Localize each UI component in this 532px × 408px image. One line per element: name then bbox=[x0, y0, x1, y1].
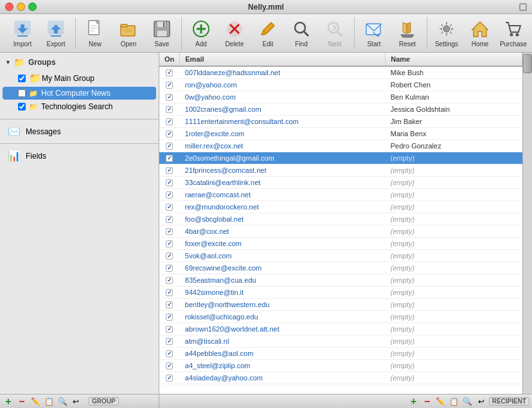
row-email[interactable]: foxer@excite.com bbox=[180, 238, 386, 250]
reset-button[interactable]: Reset bbox=[391, 17, 424, 49]
row-email[interactable]: ron@yahoo.com bbox=[180, 79, 386, 91]
table-row[interactable]: a44pebbles@aol.com(empty) bbox=[159, 348, 522, 360]
settings-button[interactable]: Settings bbox=[430, 17, 463, 49]
table-row[interactable]: 69recswine@excite.com(empty) bbox=[159, 262, 522, 274]
table-row[interactable]: rokissel@uchicago.edu(empty) bbox=[159, 311, 522, 323]
row-checkbox-cell[interactable] bbox=[159, 348, 180, 360]
bottom-edit-recipient-button[interactable]: ✏️ bbox=[435, 396, 447, 407]
row-checkbox-cell[interactable] bbox=[159, 323, 180, 335]
row-checkbox-cell[interactable] bbox=[159, 116, 180, 128]
new-button[interactable]: New bbox=[78, 17, 112, 49]
row-email[interactable]: a44pebbles@aol.com bbox=[180, 348, 386, 360]
row-email[interactable]: raerae@comcast.net bbox=[180, 189, 386, 201]
table-row[interactable]: 21fprincess@comcast.net(empty) bbox=[159, 164, 522, 177]
row-checkbox-cell[interactable] bbox=[159, 91, 180, 103]
row-email[interactable]: rex@mundorockero.net bbox=[180, 201, 386, 213]
col-email[interactable]: Email bbox=[180, 53, 386, 66]
home-button[interactable]: Home bbox=[463, 17, 497, 49]
groups-header[interactable]: ▼ 📁 Groups bbox=[0, 55, 159, 69]
export-button[interactable]: Export bbox=[39, 17, 73, 49]
table-row[interactable]: a4sladeday@yahoo.com(empty) bbox=[159, 372, 522, 384]
row-checkbox-cell[interactable] bbox=[159, 152, 180, 164]
bottom-remove-group-button[interactable]: − bbox=[16, 396, 28, 407]
row-checkbox-cell[interactable] bbox=[159, 213, 180, 226]
row-checkbox-cell[interactable] bbox=[159, 287, 180, 299]
row-email[interactable]: atm@tiscali.nl bbox=[180, 335, 386, 348]
technologies-search-checkbox[interactable] bbox=[18, 103, 26, 111]
scrollbar-thumb[interactable] bbox=[523, 54, 532, 73]
delete-button[interactable]: Delete bbox=[218, 17, 251, 49]
table-row[interactable]: 5vok@aol.com(empty) bbox=[159, 250, 522, 262]
row-email[interactable]: miller.rex@cox.net bbox=[180, 140, 386, 152]
sidebar-fields[interactable]: 📊 Fields bbox=[3, 147, 156, 164]
edit-button[interactable]: Edit bbox=[251, 17, 285, 49]
find-button[interactable]: Find bbox=[285, 17, 318, 49]
row-checkbox-cell[interactable] bbox=[159, 238, 180, 250]
table-row[interactable]: bentley@northwestern.edu(empty) bbox=[159, 299, 522, 311]
scrollbar-track[interactable] bbox=[522, 53, 532, 394]
row-checkbox-cell[interactable] bbox=[159, 372, 180, 384]
row-checkbox-cell[interactable] bbox=[159, 103, 180, 116]
row-email[interactable]: abrown1620@worldnet.att.net bbox=[180, 323, 386, 335]
table-row[interactable]: 9442simone@tin.it(empty) bbox=[159, 287, 522, 299]
table-container[interactable]: On Email Name 007lddaneze@hadssnmail.net… bbox=[159, 53, 522, 394]
table-row[interactable]: foxer@excite.com(empty) bbox=[159, 238, 522, 250]
row-checkbox-cell[interactable] bbox=[159, 335, 180, 348]
row-checkbox-cell[interactable] bbox=[159, 274, 180, 287]
row-email[interactable]: bentley@northwestern.edu bbox=[180, 299, 386, 311]
table-row[interactable]: 1111entertainment@consultant.comJim Bake… bbox=[159, 116, 522, 128]
row-checkbox-cell[interactable] bbox=[159, 250, 180, 262]
resize-icon[interactable] bbox=[519, 3, 527, 11]
row-email[interactable]: rokissel@uchicago.edu bbox=[180, 311, 386, 323]
row-email[interactable]: 007lddaneze@hadssnmail.net bbox=[180, 66, 386, 79]
hot-computer-news-checkbox[interactable] bbox=[18, 89, 26, 97]
bottom-edit-group-button[interactable]: ✏️ bbox=[30, 396, 41, 407]
table-row[interactable]: 33catalini@earthlink.net(empty) bbox=[159, 177, 522, 189]
row-email[interactable]: 0w@yahoo.com bbox=[180, 91, 386, 103]
row-checkbox-cell[interactable] bbox=[159, 177, 180, 189]
row-email[interactable]: 33catalini@earthlink.net bbox=[180, 177, 386, 189]
row-email[interactable]: a4_steel@ziplip.com bbox=[180, 360, 386, 372]
maximize-button[interactable] bbox=[28, 3, 37, 11]
row-email[interactable]: foo@sbcglobal.net bbox=[180, 213, 386, 226]
table-row[interactable]: 1roter@excite.comMaria Benx bbox=[159, 128, 522, 140]
next-button[interactable]: Next bbox=[318, 17, 351, 49]
row-email[interactable]: 4bar@cox.net bbox=[180, 226, 386, 238]
bottom-remove-recipient-button[interactable]: − bbox=[421, 396, 433, 407]
row-checkbox-cell[interactable] bbox=[159, 311, 180, 323]
row-checkbox-cell[interactable] bbox=[159, 140, 180, 152]
row-checkbox-cell[interactable] bbox=[159, 201, 180, 213]
bottom-search-recipient-button[interactable]: 🔍 bbox=[462, 396, 474, 407]
table-row[interactable]: 0w@yahoo.comBen Kulman bbox=[159, 91, 522, 103]
col-name[interactable]: Name bbox=[386, 53, 522, 66]
row-checkbox-cell[interactable] bbox=[159, 189, 180, 201]
close-button[interactable] bbox=[5, 3, 13, 11]
table-row[interactable]: foo@sbcglobal.net(empty) bbox=[159, 213, 522, 226]
row-email[interactable]: 2e0somethingal@gmail.com bbox=[180, 152, 386, 164]
row-checkbox-cell[interactable] bbox=[159, 128, 180, 140]
bottom-arrow-recipient-button[interactable]: ↩ bbox=[475, 396, 487, 407]
table-row[interactable]: 1002cranes@gmail.comJessica Goldshtain bbox=[159, 103, 522, 116]
row-checkbox-cell[interactable] bbox=[159, 299, 180, 311]
table-row[interactable]: raerae@comcast.net(empty) bbox=[159, 189, 522, 201]
save-button[interactable]: Save bbox=[145, 17, 179, 49]
add-button[interactable]: Add bbox=[184, 17, 218, 49]
row-email[interactable]: 21fprincess@comcast.net bbox=[180, 164, 386, 177]
row-checkbox-cell[interactable] bbox=[159, 360, 180, 372]
bottom-search-group-button[interactable]: 🔍 bbox=[57, 396, 68, 407]
sidebar-messages[interactable]: ✉️ Messages bbox=[3, 123, 156, 140]
table-row[interactable]: abrown1620@worldnet.att.net(empty) bbox=[159, 323, 522, 335]
sidebar-item-my-main-group[interactable]: 📁 My Main Group bbox=[3, 70, 156, 86]
table-row[interactable]: a4_steel@ziplip.com(empty) bbox=[159, 360, 522, 372]
table-row[interactable]: rex@mundorockero.net(empty) bbox=[159, 201, 522, 213]
table-row[interactable]: 2e0somethingal@gmail.com(empty) bbox=[159, 152, 522, 164]
row-email[interactable]: 835eastman@cua.edu bbox=[180, 274, 386, 287]
table-row[interactable]: 835eastman@cua.edu(empty) bbox=[159, 274, 522, 287]
row-checkbox-cell[interactable] bbox=[159, 226, 180, 238]
row-email[interactable]: 1002cranes@gmail.com bbox=[180, 103, 386, 116]
bottom-copy-group-button[interactable]: 📋 bbox=[43, 396, 55, 407]
row-email[interactable]: 1roter@excite.com bbox=[180, 128, 386, 140]
row-checkbox-cell[interactable] bbox=[159, 79, 180, 91]
bottom-arrow-group-button[interactable]: ↩ bbox=[70, 396, 82, 407]
sidebar-item-technologies-search[interactable]: 📁 Technologies Search bbox=[3, 100, 156, 113]
